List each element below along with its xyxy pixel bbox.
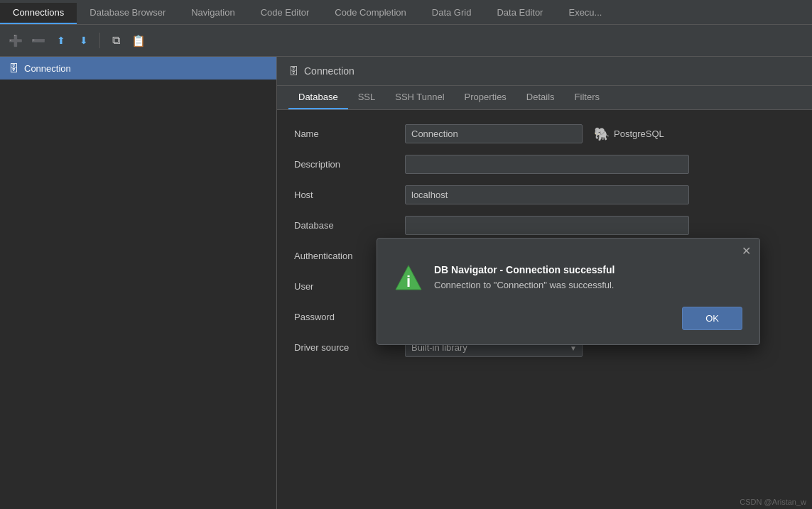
tab-data-editor[interactable]: Data Editor xyxy=(484,3,556,24)
arrow-up-icon: ⬆ xyxy=(57,35,65,46)
arrow-down-icon: ⬇ xyxy=(80,35,88,46)
dialog-title: DB Navigator - Connection successful xyxy=(434,264,742,275)
tab-execu[interactable]: Execu... xyxy=(556,3,615,24)
inner-tab-ssl[interactable]: SSL xyxy=(348,86,386,109)
add-button[interactable]: ➕ xyxy=(6,31,26,50)
dialog-footer: OK xyxy=(377,307,759,344)
inner-tab-filters[interactable]: Filters xyxy=(565,86,610,109)
dialog-header: ✕ xyxy=(377,239,759,258)
move-down-button[interactable]: ⬇ xyxy=(74,31,94,50)
add-icon: ➕ xyxy=(9,34,23,48)
tab-code-completion[interactable]: Code Completion xyxy=(322,3,418,24)
copy-button[interactable]: ⧉ xyxy=(106,31,126,50)
inner-tab-ssh-tunnel[interactable]: SSH Tunnel xyxy=(385,86,454,109)
copy-icon: ⧉ xyxy=(112,34,120,47)
dialog-icon-container: i xyxy=(394,264,423,292)
dialog-text: DB Navigator - Connection successful Con… xyxy=(434,264,742,290)
tab-database-browser[interactable]: Database Browser xyxy=(77,3,178,24)
dialog-overlay: ✕ i DB Navigator - Connection successful… xyxy=(277,110,812,383)
tab-connections[interactable]: Connections xyxy=(0,3,77,24)
paste-button[interactable]: 📋 xyxy=(129,31,148,50)
connection-header: 🗄 Connection xyxy=(277,57,812,86)
tab-navigation[interactable]: Navigation xyxy=(178,3,247,24)
toolbar-separator xyxy=(99,33,100,48)
remove-button[interactable]: ➖ xyxy=(28,31,48,50)
inner-tab-properties[interactable]: Properties xyxy=(455,86,516,109)
minus-icon: ➖ xyxy=(31,34,45,48)
form-area: Name 🐘 PostgreSQL Description Host Datab… xyxy=(277,110,812,383)
watermark: CSDN @Aristan_w xyxy=(740,498,806,506)
sidebar-item-connection[interactable]: 🗄 Connection xyxy=(0,57,276,80)
dialog-close-button[interactable]: ✕ xyxy=(739,244,754,258)
paste-icon: 📋 xyxy=(131,34,146,48)
dialog-content: i DB Navigator - Connection successful C… xyxy=(377,258,759,307)
svg-text:i: i xyxy=(406,273,411,290)
main-layout: 🗄 Connection 🗄 Connection Database SSL S… xyxy=(0,57,812,509)
connection-header-icon: 🗄 xyxy=(288,65,298,77)
content-area: 🗄 Connection Database SSL SSH Tunnel Pro… xyxy=(277,57,812,509)
tab-code-editor[interactable]: Code Editor xyxy=(248,3,323,24)
connection-header-title: Connection xyxy=(304,65,354,77)
sidebar-item-label: Connection xyxy=(24,63,71,74)
dialog-message: Connection to "Connection" was successfu… xyxy=(434,280,742,290)
top-tab-bar: Connections Database Browser Navigation … xyxy=(0,0,812,25)
connection-icon: 🗄 xyxy=(9,62,18,74)
inner-tab-details[interactable]: Details xyxy=(516,86,565,109)
dialog-box: ✕ i DB Navigator - Connection successful… xyxy=(377,238,760,345)
inner-tabs: Database SSL SSH Tunnel Properties Detai… xyxy=(277,86,812,110)
move-up-button[interactable]: ⬆ xyxy=(51,31,71,50)
tab-data-grid[interactable]: Data Grid xyxy=(419,3,485,24)
sidebar: 🗄 Connection xyxy=(0,57,277,509)
toolbar: ➕ ➖ ⬆ ⬇ ⧉ 📋 xyxy=(0,25,812,57)
ok-button[interactable]: OK xyxy=(682,307,742,330)
info-icon: i xyxy=(394,264,423,292)
inner-tab-database[interactable]: Database xyxy=(288,86,348,109)
